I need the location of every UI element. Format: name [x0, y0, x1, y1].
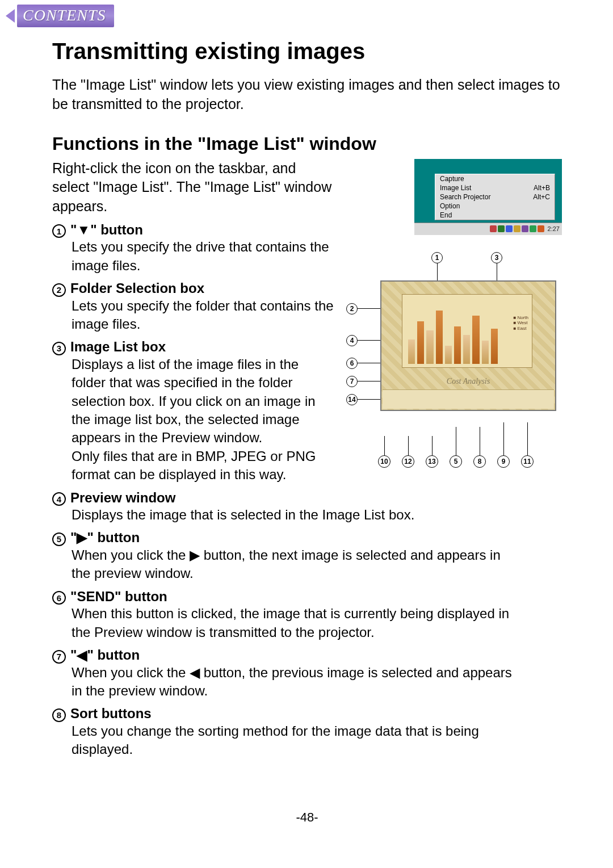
context-menu-item: Search ProjectorAlt+C [435, 192, 555, 202]
context-menu-item: Image ListAlt+B [435, 183, 555, 192]
list-item: 1"▼" buttonLets you specify the drive th… [52, 222, 336, 275]
taskbar-tray: 2:27 [414, 223, 562, 235]
back-arrow-icon [6, 9, 15, 23]
section-intro: Right-click the icon on the taskbar, and… [52, 159, 336, 216]
preview-caption: Cost Analysis [381, 377, 555, 386]
callout-num: 4 [346, 335, 358, 346]
list-item: 3Image List boxDisplays a list of the im… [52, 339, 336, 484]
tray-icon [514, 225, 520, 232]
item-body: Lets you specify the drive that contains… [72, 238, 336, 275]
legend-entry: East [513, 326, 528, 332]
list-item: 5"▶" buttonWhen you click the ▶ button, … [52, 530, 562, 582]
page-title: Transmitting existing images [52, 39, 562, 64]
callout-num: 3 [491, 252, 502, 263]
contents-button[interactable]: CONTENTS [6, 5, 114, 27]
callout-num: 7 [346, 376, 358, 387]
legend-entry: West [513, 320, 528, 326]
item-number-icon: 7 [52, 650, 66, 664]
callout-num: 8 [473, 455, 486, 468]
image-list-preview-thumbnail: NorthWestEast Cost Analysis [380, 280, 556, 411]
callout-num: 12 [402, 455, 414, 468]
item-title: Folder Selection box [70, 280, 204, 296]
item-number-icon: 3 [52, 342, 66, 355]
context-menu-item: Option [435, 202, 555, 211]
callout-num: 13 [426, 455, 438, 468]
list-item: 4Preview windowDisplays the image that i… [52, 490, 562, 525]
page-number: -48- [52, 810, 562, 825]
item-number-icon: 1 [52, 224, 66, 238]
tray-icon [506, 225, 513, 232]
list-item: 6"SEND" buttonWhen this button is clicke… [52, 589, 562, 641]
figure-context-menu: CaptureImage ListAlt+BSearch ProjectorAl… [414, 159, 562, 235]
context-menu-item: End [435, 211, 555, 220]
legend-entry: North [513, 315, 528, 321]
item-title: "◀" button [70, 647, 140, 663]
tray-icon [538, 225, 544, 232]
item-body: Displays the image that is selected in t… [72, 506, 514, 524]
item-number-icon: 4 [52, 492, 66, 506]
tray-icon [490, 225, 497, 232]
item-title: Sort buttons [70, 706, 152, 722]
item-number-icon: 2 [52, 283, 66, 297]
item-title: "SEND" button [70, 589, 167, 605]
callout-num: 9 [497, 455, 510, 468]
callout-num: 6 [346, 358, 358, 369]
list-item: 7"◀" buttonWhen you click the ◀ button, … [52, 647, 562, 700]
callout-num: 14 [346, 394, 358, 405]
callout-num: 2 [346, 303, 358, 315]
contents-label: CONTENTS [17, 5, 114, 27]
item-body: When you click the ▶ button, the next im… [72, 546, 514, 583]
item-title: Preview window [70, 490, 175, 506]
callout-num: 11 [521, 455, 534, 468]
item-body: When this button is clicked, the image t… [72, 605, 514, 641]
tray-icon [530, 225, 536, 232]
tray-icon [522, 225, 528, 232]
item-number-icon: 8 [52, 708, 66, 722]
callout-num: 1 [431, 252, 443, 263]
callout-num: 5 [450, 455, 462, 468]
list-item: 2Folder Selection boxLets you specify th… [52, 280, 336, 333]
intro-text: The "Image List" window lets you view ex… [52, 76, 562, 114]
list-item: 8Sort buttonsLets you change the sorting… [52, 706, 562, 758]
tray-clock: 2:27 [548, 225, 560, 232]
tray-icon [498, 225, 505, 232]
item-title: Image List box [70, 339, 166, 355]
item-body: Lets you change the sorting method for t… [72, 722, 514, 759]
figure-image-list-annotated: 1 3 2 4 6 7 14 NorthWestEast Cost Analys… [346, 252, 562, 445]
section-heading: Functions in the "Image List" window [52, 133, 562, 154]
callout-num: 10 [378, 455, 391, 468]
item-body: Displays a list of the image files in th… [72, 355, 336, 484]
item-number-icon: 5 [52, 532, 66, 546]
item-title: "▶" button [70, 530, 140, 546]
item-number-icon: 6 [52, 591, 66, 605]
item-title: "▼" button [70, 222, 143, 238]
item-body: Lets you specify the folder that contain… [72, 297, 336, 334]
context-menu-item: Capture [435, 174, 555, 183]
item-body: When you click the ◀ button, the previou… [72, 664, 514, 701]
